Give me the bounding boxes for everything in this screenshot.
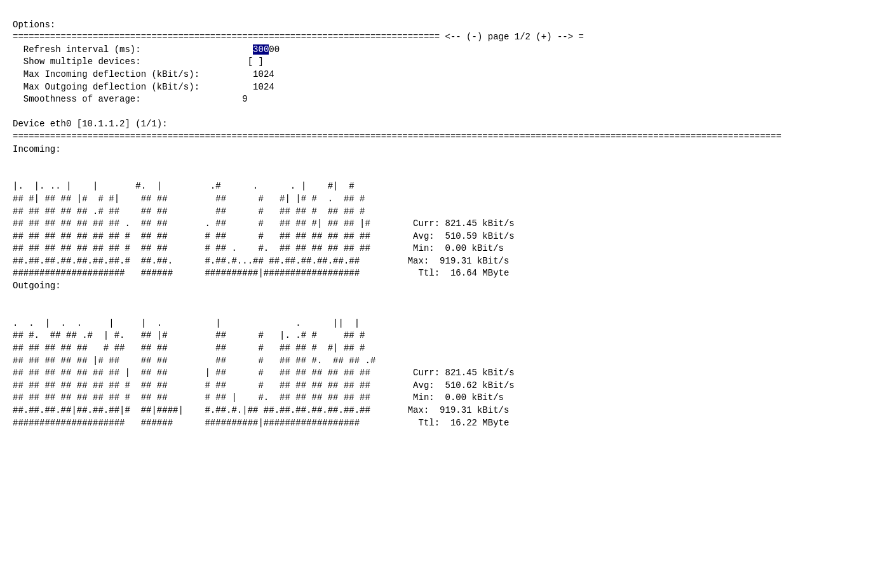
incoming-ttl: Ttl: 16.64 MByte bbox=[419, 268, 510, 278]
incoming-max: Max: 919.31 kBit/s bbox=[408, 256, 510, 266]
device-header: Device eth0 [10.1.1.2] (1/1): bbox=[13, 119, 168, 129]
max-outgoing-label: Max Outgoing deflection (kBit/s): bbox=[24, 82, 199, 92]
separator-1-full: ========================================… bbox=[13, 32, 440, 42]
refresh-value[interactable]: 300 bbox=[253, 44, 269, 55]
incoming-curr: Curr: 821.45 kBit/s bbox=[413, 218, 515, 229]
refresh-value-highlight: 300 bbox=[253, 44, 269, 55]
max-outgoing-value[interactable]: 1024 bbox=[253, 82, 274, 92]
incoming-graph: |. |. .. | | #. | .# . . | #| # ## #| ##… bbox=[13, 181, 515, 278]
smoothness-label: Smoothness of average: bbox=[24, 94, 141, 104]
outgoing-graph: . . | . . | | . | . || | ## #. ## ## .# … bbox=[13, 318, 515, 428]
outgoing-min: Min: 0.00 kBit/s bbox=[413, 392, 504, 403]
outgoing-ttl: Ttl: 16.22 MByte bbox=[419, 418, 510, 428]
outgoing-max: Max: 919.31 kBit/s bbox=[408, 405, 510, 415]
refresh-label: Refresh interval (ms): bbox=[24, 44, 141, 55]
smoothness-value[interactable]: 9 bbox=[242, 94, 247, 104]
max-incoming-label: Max Incoming deflection (kBit/s): bbox=[24, 69, 199, 79]
outgoing-curr: Curr: 821.45 kBit/s bbox=[413, 368, 515, 378]
separator-2: ========================================… bbox=[13, 131, 781, 142]
options-header: Options: bbox=[13, 20, 55, 30]
show-multiple-value[interactable]: [ ] bbox=[248, 57, 264, 67]
outgoing-avg: Avg: 510.62 kBit/s bbox=[413, 380, 515, 391]
show-multiple-label: Show multiple devices: bbox=[24, 57, 141, 67]
max-incoming-value[interactable]: 1024 bbox=[253, 69, 274, 79]
outgoing-label: Outgoing: bbox=[13, 281, 61, 291]
terminal-output: Options: ===============================… bbox=[13, 6, 865, 429]
incoming-label: Incoming: bbox=[13, 144, 61, 154]
page-indicator: <-- (-) page 1/2 (+) --> = bbox=[445, 32, 584, 42]
incoming-avg: Avg: 510.59 kBit/s bbox=[413, 231, 515, 241]
incoming-min: Min: 0.00 kBit/s bbox=[413, 243, 504, 253]
